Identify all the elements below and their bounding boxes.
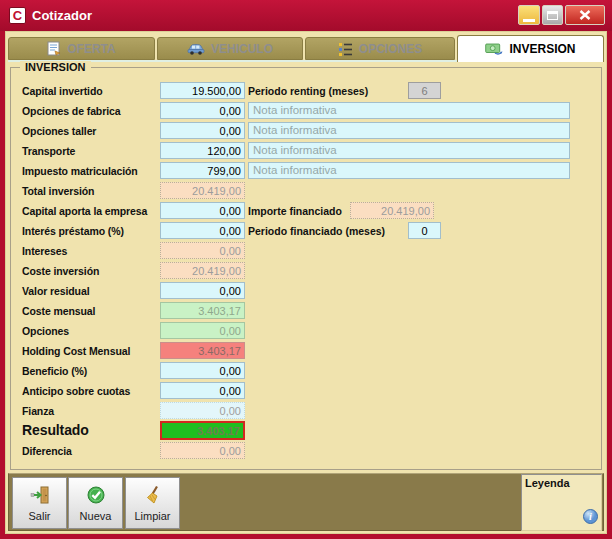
form-row: Beneficio (%)0,00 [0, 362, 612, 382]
field-value: 3.403,17 [160, 302, 245, 319]
legend-title: Leyenda [525, 477, 570, 489]
form-row: Intereses0,00 [0, 242, 612, 262]
field-input[interactable]: 0,00 [160, 382, 245, 399]
form-row: Fianza0,00 [0, 402, 612, 422]
field-label: Total inversión [22, 185, 94, 197]
nota-informativa-input[interactable]: Nota informativa [248, 142, 570, 159]
field-label: Opciones [22, 325, 69, 337]
info-icon[interactable]: i [583, 509, 598, 528]
field-value: 0,00 [160, 242, 245, 259]
nota-informativa-input[interactable]: Nota informativa [248, 162, 570, 179]
form-row: Opciones0,00 [0, 322, 612, 342]
field-input[interactable]: 0,00 [160, 102, 245, 119]
field-label: Coste mensual [22, 305, 95, 317]
limpiar-button[interactable]: Limpiar [125, 477, 180, 529]
field-input[interactable]: 0,00 [160, 122, 245, 139]
nueva-button[interactable]: Nueva [68, 477, 123, 529]
periodo-financiado-label: Periodo financiado (meses) [248, 225, 385, 237]
field-label: Resultado [22, 422, 89, 438]
field-label: Intereses [22, 245, 67, 257]
field-label: Transporte [22, 145, 75, 157]
importe-financiado-label: Importe financiado [248, 205, 342, 217]
field-label: Capital aporta la empresa [22, 205, 147, 217]
field-label: Holding Cost Mensual [22, 345, 130, 357]
field-value: 3.403,17 [160, 342, 245, 359]
field-input[interactable]: 0,00 [160, 202, 245, 219]
nota-informativa-input[interactable]: Nota informativa [248, 122, 570, 139]
form-row: Total inversión20.419,00 [0, 182, 612, 202]
field-label: Opciones de fabrica [22, 105, 120, 117]
tab-label: INVERSION [509, 42, 575, 56]
field-label: Diferencia [22, 445, 72, 457]
app-window: C Cotizador OFERTA VEHICULO OPCIONES INV… [0, 0, 612, 539]
field-label: Anticipo sobre cuotas [22, 385, 130, 397]
form-row: Anticipo sobre cuotas0,00 [0, 382, 612, 402]
field-value: 3.403,17 [160, 421, 245, 440]
field-value: 0,00 [160, 322, 245, 339]
field-input[interactable]: 0,00 [160, 222, 245, 239]
field-input[interactable]: 120,00 [160, 142, 245, 159]
button-label: Limpiar [134, 510, 170, 522]
new-check-icon [86, 485, 106, 507]
field-input[interactable]: 19.500,00 [160, 82, 245, 99]
broom-icon [143, 485, 163, 507]
field-label: Interés préstamo (%) [22, 225, 124, 237]
exit-door-icon [30, 485, 50, 507]
field-label: Valor residual [22, 285, 89, 297]
form-row: Coste inversión20.419,00 [0, 262, 612, 282]
field-value: 20.419,00 [160, 262, 245, 279]
form-row: Diferencia0,00 [0, 442, 612, 462]
legend-panel: Leyenda i [521, 474, 602, 531]
field-label: Capital invertido [22, 85, 103, 97]
money-icon [485, 42, 503, 56]
periodo-renting-value: 6 [408, 82, 441, 99]
form-row: Valor residual0,00 [0, 282, 612, 302]
svg-text:i: i [589, 511, 592, 522]
importe-financiado-value: 20.419,00 [350, 202, 434, 219]
field-label: Coste inversión [22, 265, 99, 277]
field-value: 20.419,00 [160, 182, 245, 199]
field-value: 0,00 [160, 402, 245, 419]
periodo-financiado-input[interactable]: 0 [408, 222, 441, 239]
field-value: 0,00 [160, 442, 245, 459]
tab-inversion[interactable]: INVERSION [457, 35, 604, 62]
field-label: Beneficio (%) [22, 365, 87, 377]
nota-informativa-input[interactable]: Nota informativa [248, 102, 570, 119]
form-row: Resultado3.403,17 [0, 422, 612, 442]
button-label: Salir [28, 510, 50, 522]
field-label: Impuesto matriculación [22, 165, 138, 177]
form-rows: Capital invertido19.500,00Opciones de fa… [0, 0, 612, 539]
form-row: Holding Cost Mensual3.403,17 [0, 342, 612, 362]
periodo-renting-label: Periodo renting (meses) [248, 85, 368, 97]
field-input[interactable]: 799,00 [160, 162, 245, 179]
button-label: Nueva [80, 510, 112, 522]
field-label: Fianza [22, 405, 54, 417]
salir-button[interactable]: Salir [12, 477, 67, 529]
field-input[interactable]: 0,00 [160, 362, 245, 379]
field-label: Opciones taller [22, 125, 96, 137]
field-input[interactable]: 0,00 [160, 282, 245, 299]
form-row: Coste mensual3.403,17 [0, 302, 612, 322]
